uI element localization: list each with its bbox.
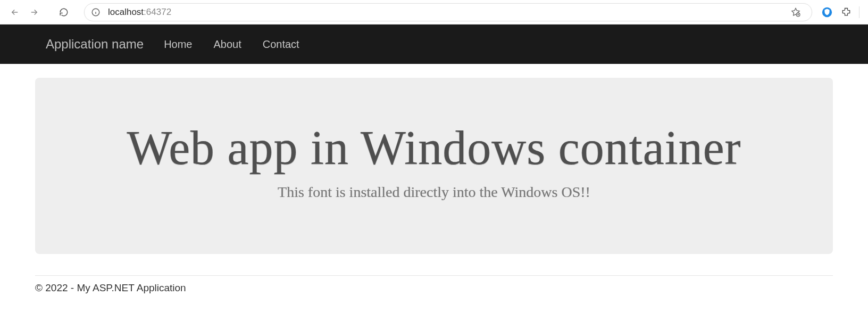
favorite-add-icon[interactable] xyxy=(786,3,805,22)
browser-shield-icon[interactable] xyxy=(817,3,837,22)
forward-button[interactable] xyxy=(24,3,44,22)
footer-text: © 2022 - My ASP.NET Application xyxy=(0,282,868,294)
page-content: Application name Home About Contact Web … xyxy=(0,24,868,294)
hero-subtitle: This font is installed directly into the… xyxy=(56,184,812,201)
nav-link-contact[interactable]: Contact xyxy=(263,38,299,51)
toolbar-divider xyxy=(859,6,859,18)
hero-title: Web app in Windows container xyxy=(56,120,812,175)
arrow-left-icon xyxy=(10,7,20,17)
nav-link-about[interactable]: About xyxy=(213,38,241,51)
footer-divider xyxy=(35,275,833,276)
url-host: localhost xyxy=(108,7,144,18)
reload-icon xyxy=(59,7,69,17)
reload-button[interactable] xyxy=(54,3,73,22)
browser-toolbar: localhost:64372 xyxy=(0,0,868,24)
address-bar[interactable]: localhost:64372 xyxy=(84,3,812,21)
main-container: Web app in Windows container This font i… xyxy=(0,78,868,254)
url-port: :64372 xyxy=(144,7,171,18)
url-text: localhost:64372 xyxy=(108,7,171,18)
nav-link-home[interactable]: Home xyxy=(164,38,192,51)
site-navbar: Application name Home About Contact xyxy=(0,24,868,64)
site-info-icon[interactable] xyxy=(91,7,101,17)
extensions-icon[interactable] xyxy=(837,3,856,22)
arrow-right-icon xyxy=(29,7,39,17)
hero-jumbotron: Web app in Windows container This font i… xyxy=(35,78,833,254)
brand-link[interactable]: Application name xyxy=(46,37,144,52)
back-button[interactable] xyxy=(5,3,24,22)
